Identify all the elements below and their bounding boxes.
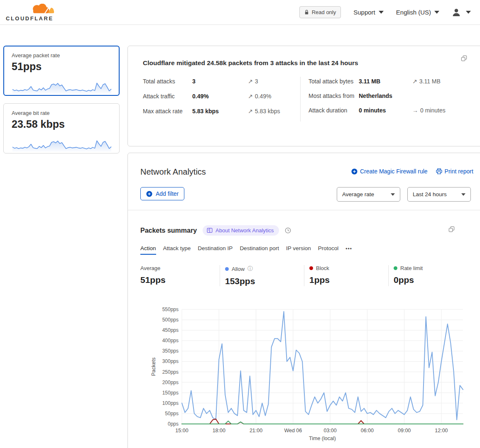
stat-value: 1pps (309, 275, 388, 285)
copy-icon[interactable] (447, 224, 456, 236)
stat-block-average: Average51pps (140, 265, 220, 286)
tab-protocol[interactable]: Protocol (318, 245, 339, 255)
metric-label: Average packet rate (12, 52, 111, 58)
svg-text:21:00: 21:00 (250, 428, 262, 433)
series-color-dot (225, 267, 229, 271)
summary-row: Attack traffic0.49%↗0.49% (143, 92, 294, 101)
lock-icon (304, 10, 309, 15)
summary-row-value: 3 (192, 77, 248, 86)
user-menu[interactable] (452, 8, 471, 17)
metric-value: 23.58 kbps (12, 118, 111, 130)
arrow-up-right-icon: ↗ (248, 78, 253, 85)
tab-destination-port[interactable]: Destination port (240, 245, 279, 255)
summary-row-value: 0 minutes (359, 106, 412, 115)
summary-row: Total attack bytes3.11 MB↗3.11 MB (309, 77, 480, 86)
stat-label: Block (316, 265, 329, 271)
create-magic-firewall-rule-link[interactable]: Create Magic Firewall rule (351, 168, 428, 175)
packets-summary-section: Packets summary About Network Analytics (128, 210, 480, 444)
summary-row-trend: ↗3.11 MB (412, 77, 480, 86)
summary-stats-left: Total attacks3↗3Attack traffic0.49%↗0.49… (143, 77, 301, 122)
svg-text:12:00: 12:00 (435, 428, 448, 433)
about-network-analytics-badge[interactable]: About Network Analytics (203, 225, 279, 236)
tabs-overflow-menu[interactable]: ••• (345, 245, 352, 255)
tab-destination-ip[interactable]: Destination IP (198, 245, 233, 255)
stat-block-allow: Allowⓘ153pps (220, 265, 304, 286)
summary-row-value: Netherlands (359, 91, 412, 100)
chevron-down-icon (434, 11, 439, 14)
read-only-badge: Read only (299, 6, 341, 18)
summary-row-value: 3.11 MB (359, 77, 412, 86)
time-range-dropdown[interactable]: Last 24 hours (407, 187, 471, 202)
summary-row-label: Total attack bytes (309, 77, 359, 86)
about-badge-label: About Network Analytics (216, 227, 274, 234)
network-analytics-header-section: Network Analytics Create Magic Firewall … (128, 153, 480, 210)
book-icon (207, 228, 213, 233)
tab-action[interactable]: Action (140, 245, 156, 255)
cloudflare-logo[interactable]: CLOUDFLARE (6, 4, 57, 21)
metrics-sidebar: Average packet rate 51pps Average bit ra… (3, 46, 120, 161)
attack-summary-title: Cloudflare mitigated 24.58k packets from… (143, 59, 480, 67)
stat-label-row: Average (140, 265, 220, 271)
tab-attack-type[interactable]: Attack type (163, 245, 191, 255)
svg-text:500pps: 500pps (162, 317, 179, 323)
summary-row-label: Attack traffic (143, 92, 192, 101)
packets-summary-title: Packets summary (140, 227, 197, 234)
summary-row-label: Total attacks (143, 77, 192, 86)
cloudflare-cloud-icon (27, 4, 57, 15)
svg-text:400pps: 400pps (162, 338, 179, 343)
language-label: English (US) (396, 9, 431, 16)
metric-select-dropdown[interactable]: Average rate (337, 187, 400, 202)
support-label: Support (353, 9, 375, 16)
metric-card-packet-rate[interactable]: Average packet rate 51pps (3, 46, 120, 96)
svg-text:450pps: 450pps (162, 327, 179, 333)
chevron-down-icon (461, 193, 465, 196)
svg-text:06:00: 06:00 (361, 428, 374, 433)
tab-ip-version[interactable]: IP version (286, 245, 311, 255)
metric-label: Average bit rate (12, 110, 111, 116)
summary-row-trend: →0 minutes (412, 106, 480, 115)
metric-card-bit-rate[interactable]: Average bit rate 23.58 kbps (3, 103, 120, 153)
summary-row: Attack duration0 minutes→0 minutes (309, 106, 480, 115)
stat-value: 0pps (394, 275, 473, 285)
create-rule-label: Create Magic Firewall rule (360, 168, 428, 175)
plus-circle-icon (146, 191, 152, 197)
copy-icon[interactable] (459, 54, 469, 65)
add-filter-label: Add filter (156, 190, 179, 197)
summary-row-label: Attack duration (309, 106, 359, 115)
summary-row-trend: ↗0.49% (248, 92, 294, 101)
metric-value: 51pps (12, 61, 111, 73)
svg-text:50pps: 50pps (165, 411, 179, 416)
print-report-link[interactable]: Print report (436, 168, 473, 175)
arrow-up-right-icon: ↗ (412, 78, 417, 85)
summary-row-value: 0.49% (192, 92, 248, 101)
add-filter-button[interactable]: Add filter (140, 187, 184, 200)
summary-row-label: Max attack rate (143, 107, 192, 116)
svg-text:350pps: 350pps (162, 348, 179, 354)
svg-text:150pps: 150pps (162, 390, 179, 396)
support-menu[interactable]: Support (353, 9, 384, 16)
chevron-down-icon (391, 193, 395, 196)
summary-row: Max attack rate5.83 kbps↗5.83 kbps (143, 107, 294, 116)
summary-row-label: Most attacks from (309, 91, 359, 100)
summary-row: Most attacks fromNetherlands (309, 91, 480, 100)
svg-text:300pps: 300pps (162, 358, 179, 364)
packet-rate-sparkline (12, 76, 112, 95)
clock-icon[interactable] (285, 227, 291, 234)
arrow-up-right-icon: ↗ (248, 93, 253, 100)
svg-text:Wed 06: Wed 06 (284, 428, 302, 433)
stat-block-block: Block1pps (304, 265, 388, 286)
svg-text:550pps: 550pps (162, 307, 179, 312)
language-menu[interactable]: English (US) (396, 9, 439, 16)
info-icon[interactable]: ⓘ (247, 265, 253, 273)
stat-label-row: Block (309, 265, 388, 271)
svg-text:18:00: 18:00 (213, 428, 225, 433)
summary-row-value: 5.83 kbps (192, 107, 248, 116)
arrow-up-right-icon: ↗ (248, 108, 253, 114)
summary-stats-right: Total attack bytes3.11 MB↗3.11 MBMost at… (301, 77, 480, 122)
series-color-dot (309, 266, 313, 270)
stat-label: Average (140, 265, 160, 271)
stat-value: 51pps (140, 275, 220, 285)
print-report-label: Print report (445, 168, 473, 175)
arrow-right-icon: → (412, 107, 418, 114)
bit-rate-sparkline (12, 134, 112, 153)
